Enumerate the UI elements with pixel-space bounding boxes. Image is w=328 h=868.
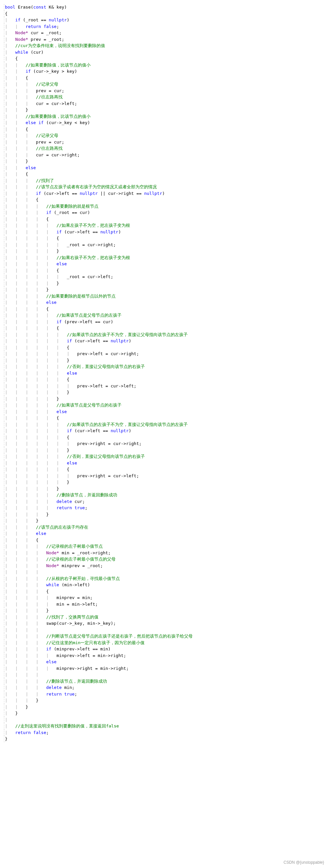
code-line: | | | {: [4, 196, 324, 203]
code-line: | | | | //记录根的左子树最小值节点的父母: [4, 556, 324, 562]
code-line: | | | | | minprev = min;: [4, 594, 324, 601]
code-line: | | | | | | }: [4, 479, 324, 486]
code-line: | | | | if (minprev->left == min): [4, 646, 324, 652]
code-line: | | | | //记录根的左子树最小值节点: [4, 543, 324, 550]
code-line: | | | | swap(cur->_key, min->_key);: [4, 620, 324, 627]
code-line: | | | //往左路再找: [4, 145, 324, 152]
code-line: bool Erase(const K& key): [4, 4, 324, 10]
code-line: | | | | }: [4, 286, 324, 293]
code-line: | | | | | | else: [4, 370, 324, 377]
code-line: | | | | | {: [4, 415, 324, 421]
code-line: | | | | | | //如果该节点的左孩子不为空，直接让父母指向该节点的左孩…: [4, 421, 324, 428]
code-line: | | | | | | if (cur->left == nullptr): [4, 428, 324, 434]
code-line: | | | if (cur->left == nullptr || cur->r…: [4, 190, 324, 197]
code-line: | | | | | //如果左孩子不为空，把左孩子变为根: [4, 222, 324, 229]
code-line: | | | | | if (prev->left == cur): [4, 319, 324, 325]
code-line: | | | | return true;: [4, 691, 324, 698]
code-line: | | else if (cur->_key < key): [4, 120, 324, 126]
code-line: | Node* cur = _root;: [4, 30, 324, 36]
code-line: | | | | | {: [4, 325, 324, 332]
code-line: | | | | | | //否则，直接让父母指向该节点的右孩子: [4, 453, 324, 460]
code-line: | | //如果要删除值，比该节点的值小: [4, 62, 324, 68]
code-line: | | | prev = cur;: [4, 139, 324, 146]
code-line: | | | | | }: [4, 396, 324, 402]
code-line: | | | //该节点的左右孩子均存在: [4, 524, 324, 531]
code-line: | | | |: [4, 627, 324, 633]
code-line: | | | //记录父母: [4, 132, 324, 139]
code-line: | | | | | }: [4, 248, 324, 254]
code-line: | | | }: [4, 518, 324, 524]
code-line: | | | | | | //否则，直接让父母指向该节点的右孩子: [4, 363, 324, 370]
code-line: | while (cur): [4, 49, 324, 56]
code-line: | if (_root == nullptr): [4, 17, 324, 23]
code-line: | | | | delete min;: [4, 684, 324, 691]
code-line: | | //如果要删除值，比该节点的值小: [4, 113, 324, 120]
code-line: | //走到这里说明没有找到要删除的值，直接返回false: [4, 723, 324, 730]
code-line: | | }: [4, 704, 324, 710]
code-line: | | | | while (min->left): [4, 582, 324, 588]
code-line: | | | | }: [4, 511, 324, 518]
code-line: | | | else: [4, 530, 324, 537]
code-line: | | | | | }: [4, 280, 324, 287]
code-line: | | | | //从根的右子树开始，寻找最小值节点: [4, 576, 324, 582]
code-line: | | | cur = cur->right;: [4, 152, 324, 158]
code-line: | | | | | //删除该节点，并返回删除成功: [4, 492, 324, 498]
code-line: | | | | //如果要删除的是根节点以外的节点: [4, 293, 324, 300]
code-line: | | | //往左路再找: [4, 94, 324, 100]
code-line: | | | | | | | prev->right = cur->right;: [4, 440, 324, 447]
code-line: | | | {: [4, 537, 324, 544]
code-line: | | | | | | {: [4, 376, 324, 383]
code-line: | | | | {: [4, 588, 324, 595]
code-line: | | | | //删除该节点，并返回删除成功: [4, 678, 324, 685]
code-line: | | | | | {: [4, 267, 324, 274]
code-line: | | | | | | {: [4, 344, 324, 351]
code-line: | | | | if (_root == cur): [4, 209, 324, 216]
code-line: | | | | else: [4, 659, 324, 665]
code-line: | | if (cur->_key > key): [4, 68, 324, 75]
code-line: | | | | | | }: [4, 357, 324, 364]
code-line: | | | | | minprev->right = min->right;: [4, 665, 324, 672]
code-line: | | | |: [4, 569, 324, 576]
code-line: | | | | {: [4, 306, 324, 312]
code-line: | | | | | minprev->left = min->right;: [4, 652, 324, 659]
code-line: | | | | //记住这里的min一定只有右孩子，因为它的最小值: [4, 640, 324, 646]
code-line: | | | | | | {: [4, 434, 324, 441]
code-line: | | | | Node* min = _root->right;: [4, 550, 324, 556]
code-line: {: [4, 10, 324, 17]
code-line: | | | | | | _root = cur->left;: [4, 274, 324, 280]
code-line: | | | | {: [4, 216, 324, 222]
code-line: | | | | | | }: [4, 389, 324, 396]
code-line: | | | | }: [4, 607, 324, 614]
code-line: | | | | | | _root = cur->right;: [4, 242, 324, 248]
code-line: | | | | | | else: [4, 460, 324, 466]
code-line: | Node* prev = _root;: [4, 36, 324, 43]
code-line: | | | | | | | prev->left = cur->left;: [4, 383, 324, 390]
code-line: | | | | | else: [4, 408, 324, 415]
code-line: | | {: [4, 171, 324, 178]
code-line: | | | |: [4, 672, 324, 678]
code-line: | | else: [4, 164, 324, 171]
code-line: | }: [4, 710, 324, 717]
code-line: | | | | | | | prev->left = cur->right;: [4, 350, 324, 357]
code-line: | //cur为空条件结束，说明没有找到要删除的值: [4, 42, 324, 49]
code-line: | | | | | //如果该节点是父母节点的右孩子: [4, 402, 324, 408]
code-line: | | | cur = cur->left;: [4, 100, 324, 107]
code-line: | | | | | else: [4, 261, 324, 267]
code-line: | | {: [4, 126, 324, 133]
code-line: | return false;: [4, 730, 324, 736]
code-line: | | | | | //如果右孩子不为空，把右孩子变为根: [4, 254, 324, 261]
code-line: | | | //该节点左孩子或者有右孩子为空的情况又或者全部为空的情况: [4, 184, 324, 190]
code-line: | | | | | min = min->left;: [4, 601, 324, 608]
code-line: | | {: [4, 75, 324, 81]
code-line: | | }: [4, 158, 324, 164]
code-line: | | | //找到了: [4, 178, 324, 184]
code-line: | | | | | | }: [4, 447, 324, 454]
code-line: | | | | | | if (cur->left == nullptr): [4, 338, 324, 344]
code-line: | | | | | {: [4, 235, 324, 242]
code-line: | | | //记录父母: [4, 81, 324, 88]
code-line: | | | | | | //如果该节点的左孩子不为空，直接让父母指向该节点的左孩…: [4, 332, 324, 338]
code-line: | | | | else: [4, 299, 324, 306]
code-line: | | | }: [4, 697, 324, 704]
code-line: | | }: [4, 107, 324, 113]
code-line: }: [4, 736, 324, 742]
